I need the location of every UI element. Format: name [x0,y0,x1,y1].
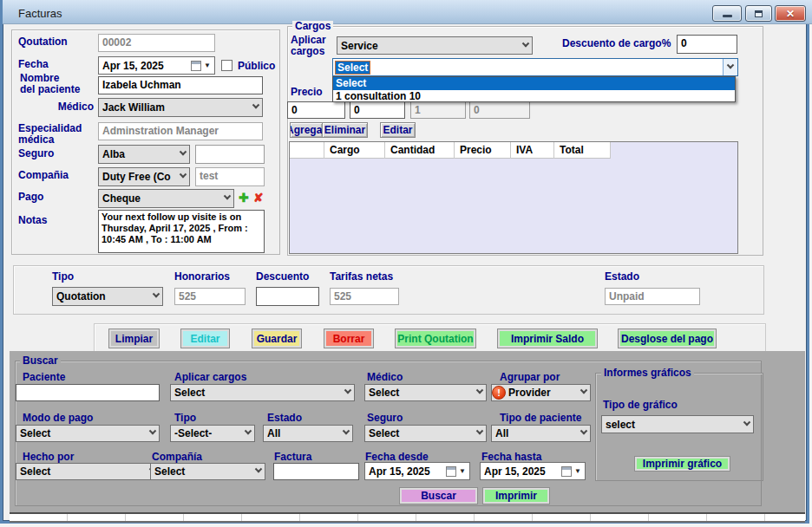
descuento-label: Descuento [256,271,309,283]
precio-field-1[interactable]: 0 [287,101,345,119]
imprimir-saldo-button[interactable]: Imprimir Saldo [497,329,598,348]
search-medico-select[interactable]: Select [364,384,487,401]
seguro-label: Seguro [18,148,54,159]
search-seguro-select[interactable]: Select [364,425,487,442]
dropdown-arrow-icon: ▼ [204,62,211,69]
dropdown-option-consultation[interactable]: 1 consultation 10 [333,90,735,103]
cantidad-field: 1 [410,101,466,119]
buscar-button[interactable]: Buscar [399,487,478,504]
hecho-por-select[interactable]: Select [16,463,160,480]
guardar-button[interactable]: Guardar [252,329,302,348]
fecha-hasta-datepicker[interactable]: Apr 15, 2025 ▼ [480,462,586,480]
honorarios-field: 525 [174,288,246,305]
nombre-field[interactable]: Izabela Uchman [98,76,263,94]
charge-combobox-selected-text: Select [335,61,370,75]
maximize-button[interactable] [745,5,772,22]
fecha-desde-datepicker[interactable]: Apr 15, 2025 ▼ [364,462,470,480]
agrupar-por-label: Agrupar por [500,372,560,383]
notas-label: Notas [18,215,47,226]
editar-small-button[interactable]: Editar [380,122,416,138]
precio-field-2[interactable]: 0 [350,101,405,119]
add-icon[interactable]: ✚ [239,192,249,204]
dropdown-option-select[interactable]: Select [333,77,735,90]
close-icon: ✕ [786,9,795,19]
facturas-window: Facturas ✕ Qoutation 00002 Fecha Apr 15,… [0,0,812,527]
agrupar-por-select[interactable]: Provider [491,384,591,401]
tarifas-netas-field: 525 [330,288,399,305]
chevron-down-icon [522,39,529,46]
tipo-paciente-select[interactable]: All [491,425,591,442]
compania-label: Compañia [18,170,69,181]
search-panel: Buscar Paciente Aplicar cargos Select Mé… [10,351,805,512]
hecho-por-label: Hecho por [23,452,74,463]
quotation-label: Qoutation [18,36,68,48]
quotation-field: 00002 [98,34,215,52]
search-tipo-select[interactable]: -Select- [170,425,255,442]
fecha-label: Fecha [18,59,49,70]
service-select[interactable]: Service [337,36,533,55]
especialidad-label: Especialidad médica [18,123,82,146]
table-header-cantidad[interactable]: Cantidad [385,142,455,159]
especialidad-field: Adminstration Manager [98,122,263,140]
table-header-precio[interactable]: Precio [455,142,511,159]
pago-select[interactable]: Cheque [98,189,234,208]
buscar-group-label: Buscar [20,355,61,366]
paciente-search-input[interactable] [16,384,160,401]
tipo-label: Tipo [52,271,74,283]
chevron-down-icon [580,427,587,434]
search-seguro-label: Seguro [367,413,403,424]
publico-checkbox[interactable] [221,60,232,71]
charge-combobox[interactable]: Select [332,58,738,76]
factura-input[interactable] [273,463,359,480]
medico-select[interactable]: Jack William [98,98,263,117]
chevron-down-icon [255,465,262,472]
notas-textarea[interactable]: Your next follow up visite is on Thursda… [98,210,265,253]
seguro-select[interactable]: Alba [98,145,190,164]
search-medico-label: Médico [367,372,403,383]
imprimir-button[interactable]: Imprimir [482,487,550,504]
imprimir-grafico-button[interactable]: Imprimir gráfico [634,456,730,472]
seguro-extra-field[interactable] [195,145,265,164]
agregar-button[interactable]: Agregar [290,122,323,138]
warning-icon[interactable]: ! [492,386,506,400]
compania-select[interactable]: Duty Free (Co [98,167,190,186]
chevron-down-icon [476,387,483,394]
descuento-cargo-label: Descuento de cargo% [562,38,671,49]
descuento-field[interactable] [256,287,319,306]
search-compania-select[interactable]: Select [150,463,265,480]
tarifas-netas-label: Tarifas netas [330,271,393,283]
minimize-button[interactable] [712,5,742,22]
editar-button[interactable]: Editar [180,329,230,348]
calendar-icon [561,466,572,477]
search-aplicar-label: Aplicar cargos [174,372,246,383]
limpiar-button[interactable]: Limpiar [108,329,160,348]
search-estado-select[interactable]: All [263,425,353,442]
chevron-down-icon [743,418,750,425]
print-qoutation-button[interactable]: Print Qoutation [395,329,476,348]
tipo-select[interactable]: Quotation [52,287,163,306]
charge-combobox-dropdown-button[interactable] [723,59,737,75]
tipo-paciente-label: Tipo de paciente [500,413,581,424]
precio-label: Precio [291,87,323,98]
desglose-pago-button[interactable]: Desglose del pago [618,329,717,348]
search-aplicar-select[interactable]: Select [170,384,355,401]
chevron-down-icon [245,427,252,434]
chevron-down-icon [149,427,156,434]
table-header-cargo[interactable]: Cargo [324,142,385,159]
fecha-datepicker[interactable]: Apr 15, 2025 ▼ [98,56,215,75]
modo-pago-select[interactable]: Select [16,425,160,442]
paciente-label: Paciente [23,372,65,383]
table-header-iva[interactable]: IVA [511,142,554,159]
tipo-grafico-select[interactable]: select [601,415,754,433]
descuento-cargo-field[interactable]: 0 [677,35,737,54]
search-compania-label: Compañía [152,452,202,463]
total-field: 0 [469,101,530,119]
eliminar-button[interactable]: Eliminar [322,122,368,138]
borrar-button[interactable]: Borrar [324,329,374,348]
close-button[interactable]: ✕ [775,5,806,22]
dropdown-arrow-icon: ▼ [574,468,581,475]
cargos-group-label: Cargos [292,21,333,31]
table-header-total[interactable]: Total [554,142,611,159]
maximize-icon [755,10,763,17]
delete-icon[interactable]: ✘ [253,192,264,204]
